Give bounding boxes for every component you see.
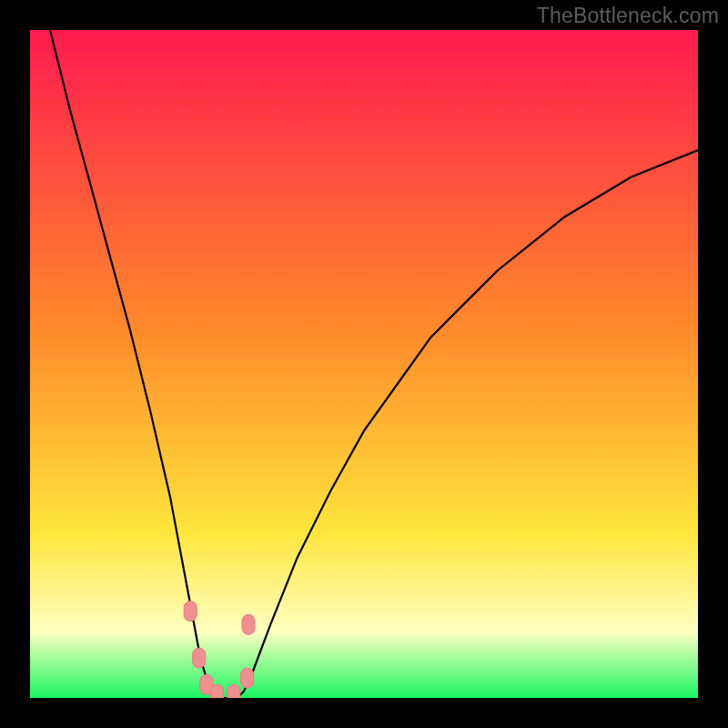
curve-marker bbox=[228, 684, 240, 698]
watermark-text: TheBottleneck.com bbox=[537, 4, 719, 28]
chart-frame: TheBottleneck.com bbox=[0, 0, 728, 728]
curve-marker bbox=[184, 602, 197, 622]
plot-area bbox=[30, 30, 698, 698]
gradient-background bbox=[30, 30, 698, 698]
curve-marker bbox=[193, 648, 206, 668]
curve-marker bbox=[211, 684, 224, 698]
bottleneck-curve-chart bbox=[30, 30, 698, 698]
curve-marker bbox=[242, 614, 255, 634]
curve-marker bbox=[241, 668, 254, 688]
